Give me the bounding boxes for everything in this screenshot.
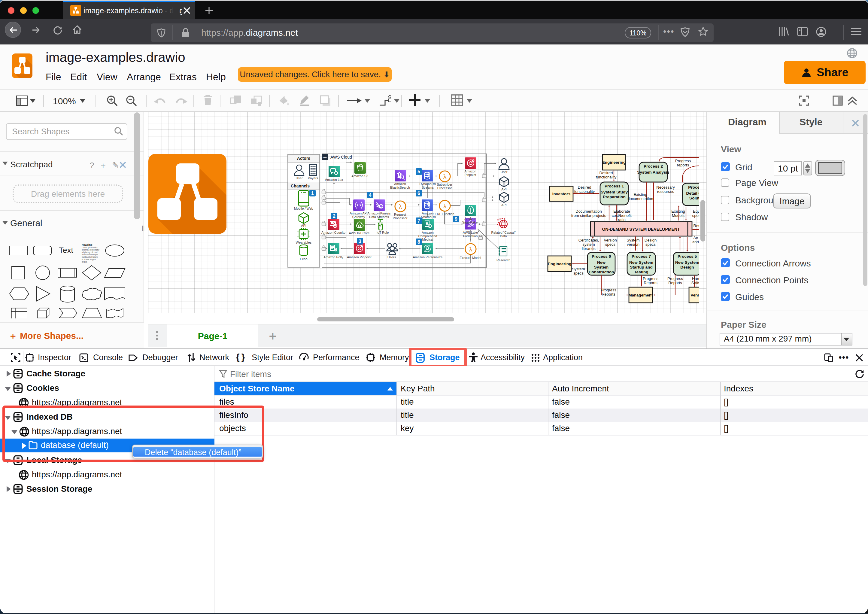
svg-text:AmazonSageMaker: AmazonSageMaker (462, 217, 479, 224)
svg-text:Amazon S3: Amazon S3 (352, 174, 368, 178)
svg-text:ON-DEMAND SYSTEM DEVELOPMENT: ON-DEMAND SYSTEM DEVELOPMENT (602, 227, 680, 232)
svg-text:AWS LakeFormation: AWS LakeFormation (463, 231, 478, 238)
svg-text:Investors: Investors (552, 192, 570, 196)
svg-text:Echo: Echo (300, 257, 307, 261)
svg-text:User: User (296, 176, 303, 180)
svg-text:8: 8 (417, 239, 420, 245)
svg-text:λ: λ (443, 173, 446, 180)
svg-text:API: API (501, 203, 506, 207)
svg-text:AmazonDynamoDB: AmazonDynamoDB (419, 211, 436, 219)
svg-text:ERL Function: ERL Function (435, 212, 454, 216)
svg-text:Process 6: Process 6 (592, 254, 611, 259)
svg-text:5: 5 (417, 169, 420, 174)
svg-text:λ: λ (443, 202, 446, 210)
svg-text:Desiredfunctionality: Desiredfunctionality (596, 171, 617, 179)
svg-text:API: API (301, 224, 306, 227)
svg-text:3: 3 (359, 239, 361, 244)
svg-text:Proces: Proces (688, 185, 699, 189)
svg-text:System StudyPreparation: System StudyPreparation (601, 190, 628, 199)
svg-text:Systemspecs: Systemspecs (572, 267, 585, 276)
svg-text:4: 4 (369, 192, 372, 198)
svg-text:2: 2 (333, 214, 335, 219)
svg-text:Existingdocumentation: Existingdocumentation (628, 192, 653, 201)
svg-text:Desiredfunctionality: Desiredfunctionality (574, 185, 595, 194)
svg-text:Amazon Personalize: Amazon Personalize (413, 255, 442, 259)
svg-text:RequestProcessor: RequestProcessor (393, 213, 408, 220)
svg-text:Process 1: Process 1 (604, 184, 624, 188)
svg-text:Wearables: Wearables (296, 240, 312, 244)
svg-text:Amazon Cognito: Amazon Cognito (321, 231, 346, 234)
svg-text:Users: Users (388, 255, 396, 259)
svg-text:Process 5: Process 5 (677, 254, 697, 259)
svg-text:Payers: Payers (308, 176, 318, 180)
svg-text:ProgressReports: ProgressReports (643, 276, 659, 285)
svg-text:AWS Cloud: AWS Cloud (330, 155, 352, 160)
svg-text:Channels: Channels (291, 183, 310, 188)
svg-text:Certificates,systemlibraries: Certificates,systemlibraries (578, 238, 599, 251)
svg-text:Engineering: Engineering (602, 160, 626, 164)
svg-text:AmazonElasticSearch: AmazonElasticSearch (390, 182, 410, 189)
svg-text:Actors: Actors (297, 156, 310, 161)
svg-text:Management: Management (629, 293, 653, 298)
svg-text:aws: aws (322, 156, 327, 159)
svg-text:7: 7 (417, 219, 420, 223)
svg-text:Process 2: Process 2 (644, 164, 663, 169)
svg-text:Execute Model: Execute Model (460, 256, 481, 259)
svg-text:6: 6 (417, 191, 420, 196)
svg-text:Amazon KinesisData Streams: Amazon KinesisData Streams (367, 211, 391, 219)
svg-text:System Analysis: System Analysis (637, 170, 670, 175)
svg-text:Amazon Lex: Amazon Lex (325, 178, 343, 181)
svg-text:Amazon Pinpoint: Amazon Pinpoint (347, 255, 372, 259)
svg-text:Research: Research (496, 258, 510, 262)
svg-text:IoT Rule: IoT Rule (377, 231, 389, 234)
svg-text:Mobile / Web: Mobile / Web (294, 207, 313, 210)
svg-text:Necessaryresources: Necessaryresources (656, 185, 675, 194)
svg-text:ExistingModels: ExistingModels (671, 209, 685, 218)
svg-text:Related “Casual”Data: Related “Casual”Data (491, 231, 515, 238)
svg-text:1: 1 (311, 191, 314, 196)
svg-text:Process 7: Process 7 (632, 254, 651, 259)
svg-text:AWS IoT Core: AWS IoT Core (349, 231, 370, 235)
svg-text:HardSoftw: HardSoftw (691, 276, 699, 285)
svg-text:Versionspecs: Versionspecs (604, 238, 617, 247)
svg-text:API: API (501, 188, 506, 191)
svg-text:Amazon Polly: Amazon Polly (324, 255, 344, 259)
svg-text:DynamoDBStreams: DynamoDBStreams (419, 182, 436, 189)
svg-text:ProgressReports: ProgressReports (601, 288, 617, 296)
svg-text:Systemversion: Systemversion (626, 238, 639, 247)
svg-text:Documentationfrom similar proj: Documentationfrom similar projects (571, 209, 606, 218)
svg-text:Res: Res (693, 223, 699, 228)
svg-text:Amazon APIGateway: Amazon APIGateway (350, 211, 367, 219)
svg-text:SubscriberProcessor: SubscriberProcessor (437, 183, 452, 190)
svg-text:Engineering: Engineering (548, 262, 572, 266)
svg-text:Elaboratecost/benefitratio: Elaboratecost/benefitratio (612, 209, 632, 222)
svg-text:9: 9 (455, 217, 457, 222)
svg-text:User: User (501, 170, 508, 174)
svg-text:AmazonPinpoint: AmazonPinpoint (464, 169, 476, 177)
svg-text:Equispeci: Equispeci (692, 209, 699, 218)
svg-text:ProgressReports: ProgressReports (667, 276, 683, 285)
svg-text:λ: λ (469, 245, 473, 253)
svg-text:λ: λ (399, 203, 402, 210)
svg-text:Progressreports: Progressreports (675, 159, 691, 167)
svg-text:Acand: Acand (692, 236, 699, 244)
svg-text:Vendors: Vendors (690, 293, 699, 298)
svg-text:Designspecs: Designspecs (645, 238, 657, 247)
